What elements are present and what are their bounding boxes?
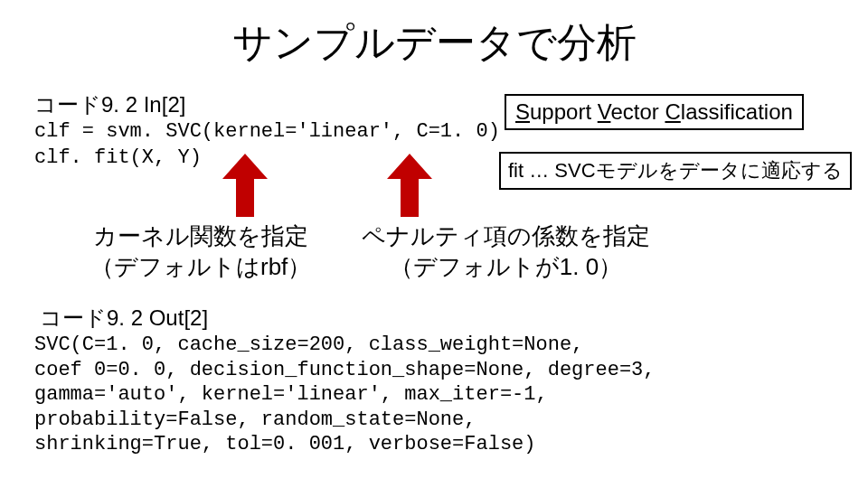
svg-marker-0: [222, 154, 268, 217]
kernel-note-l1: カーネル関数を指定: [93, 222, 308, 249]
fit-box: fit … SVCモデルをデータに適応する: [499, 152, 852, 190]
svc-s: S: [515, 99, 530, 124]
code-out: SVC(C=1. 0, cache_size=200, class_weight…: [34, 333, 656, 457]
penalty-note-l1: ペナルティ項の係数を指定: [362, 222, 650, 249]
svc-rest3: lassification: [681, 99, 793, 124]
penalty-note-l2: （デフォルトが1. 0）: [390, 253, 622, 280]
svc-v: V: [598, 99, 611, 124]
slide: サンプルデータで分析 コード9. 2 In[2] clf = svm. SVC(…: [0, 0, 868, 488]
slide-title: サンプルデータで分析: [0, 16, 868, 70]
code-out-label: コード9. 2 Out[2]: [40, 304, 208, 333]
svc-rest2: ector: [610, 99, 665, 124]
svc-c: C: [665, 99, 680, 124]
svc-rest1: upport: [530, 99, 598, 124]
svc-box: Support Vector Classification: [505, 94, 804, 130]
arrow-icon: [222, 154, 268, 217]
arrow-icon: [387, 154, 432, 217]
kernel-note: カーネル関数を指定 （デフォルトはrbf）: [90, 221, 311, 283]
svg-marker-1: [387, 154, 432, 217]
kernel-note-l2: （デフォルトはrbf）: [90, 253, 311, 280]
penalty-note: ペナルティ項の係数を指定 （デフォルトが1. 0）: [362, 221, 650, 283]
code-in-label: コード9. 2 In[2]: [34, 90, 185, 119]
